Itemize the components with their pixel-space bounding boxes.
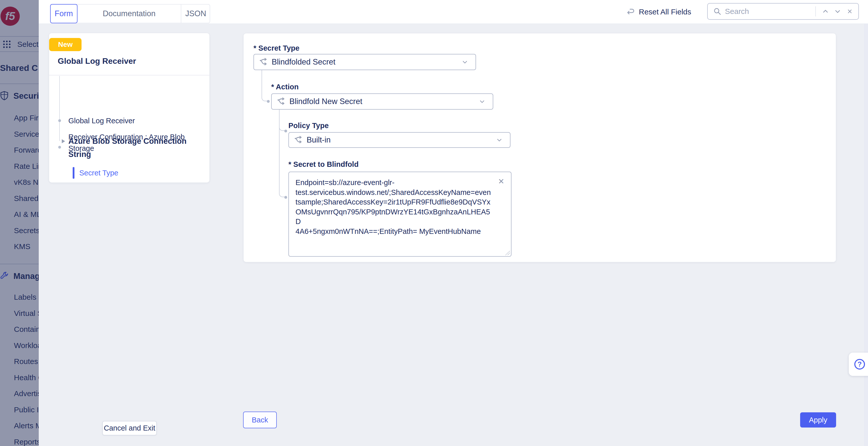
chevron-down-icon	[834, 8, 841, 15]
apply-button[interactable]: Apply	[800, 412, 836, 427]
action-value: Blindfold New Secret	[289, 97, 362, 106]
scrollbar[interactable]	[864, 24, 868, 446]
tree-connector-line	[59, 76, 60, 141]
close-icon	[847, 8, 853, 14]
question-mark-icon: ?	[854, 359, 865, 370]
policy-type-select[interactable]: Built-in	[288, 132, 510, 148]
step-bullet	[58, 146, 61, 149]
divider	[815, 6, 816, 17]
connector-dot	[284, 196, 287, 199]
secret-to-blindfold-value: Endpoint=sb://azure-event-glr- test.serv…	[296, 178, 493, 236]
active-step-arrow-icon	[62, 139, 65, 143]
undo-arrow-icon	[627, 8, 635, 16]
search-input[interactable]: Search	[725, 7, 815, 16]
status-badge-new: New	[49, 38, 82, 51]
wizard-nav-panel: New Global Log Receiver Global Log Recei…	[49, 33, 209, 183]
step-bullet	[58, 119, 61, 122]
divider	[49, 75, 209, 75]
action-select[interactable]: Blindfold New Secret	[271, 93, 493, 109]
active-field-marker	[73, 167, 74, 179]
back-button[interactable]: Back	[243, 412, 277, 428]
form-panel: * Secret Type Blindfolded Secret * Actio…	[244, 33, 836, 262]
connector-dot	[267, 100, 270, 103]
connector-dot	[284, 130, 287, 132]
action-label: * Action	[271, 83, 299, 91]
modal-dim-overlay	[0, 0, 39, 446]
field-connector	[261, 70, 268, 101]
resize-handle[interactable]	[505, 251, 510, 255]
chevron-down-icon	[461, 59, 468, 66]
secret-type-value: Blindfolded Secret	[272, 58, 336, 67]
tab-form[interactable]: Form	[50, 4, 78, 23]
wizard-substep-secret-type[interactable]: Secret Type	[79, 169, 118, 177]
tab-json[interactable]: JSON	[181, 5, 211, 23]
wizard-step-connection-string[interactable]: Azure Blob Storage Connection String	[68, 135, 203, 161]
branch-icon	[259, 58, 268, 67]
branch-icon	[277, 97, 286, 106]
policy-type-value: Built-in	[307, 135, 331, 145]
search-icon	[713, 7, 721, 15]
reset-all-fields-button[interactable]: Reset All Fields	[627, 5, 691, 19]
wizard-topbar: Documentation JSON Form Reset All Fields…	[39, 0, 868, 24]
search-next-button[interactable]	[832, 5, 844, 18]
search-close-button[interactable]	[844, 5, 856, 18]
wizard-title: Global Log Receiver	[58, 57, 136, 66]
tab-documentation[interactable]: Documentation	[78, 5, 181, 23]
secret-to-blindfold-label: * Secret to Blindfold	[288, 160, 359, 168]
search-previous-button[interactable]	[819, 5, 832, 18]
reset-all-fields-label: Reset All Fields	[639, 8, 691, 16]
chevron-up-icon	[822, 8, 829, 15]
secret-type-label: * Secret Type	[253, 44, 300, 53]
policy-type-label: Policy Type	[288, 122, 329, 130]
cancel-and-exit-button[interactable]: Cancel and Exit	[102, 421, 157, 435]
view-tabs: Documentation JSON Form	[50, 4, 210, 23]
secret-to-blindfold-textarea[interactable]: Endpoint=sb://azure-event-glr- test.serv…	[288, 171, 512, 257]
secret-type-select[interactable]: Blindfolded Secret	[253, 54, 476, 70]
wizard-step-global-log-receiver[interactable]: Global Log Receiver	[68, 115, 203, 127]
clear-field-icon[interactable]: ✕	[498, 178, 504, 185]
branch-icon	[294, 135, 303, 145]
chevron-down-icon	[496, 136, 503, 144]
help-button[interactable]: ?	[849, 353, 868, 376]
field-connector	[279, 109, 286, 131]
search-box[interactable]: Search	[707, 3, 859, 20]
chevron-down-icon	[478, 98, 486, 105]
